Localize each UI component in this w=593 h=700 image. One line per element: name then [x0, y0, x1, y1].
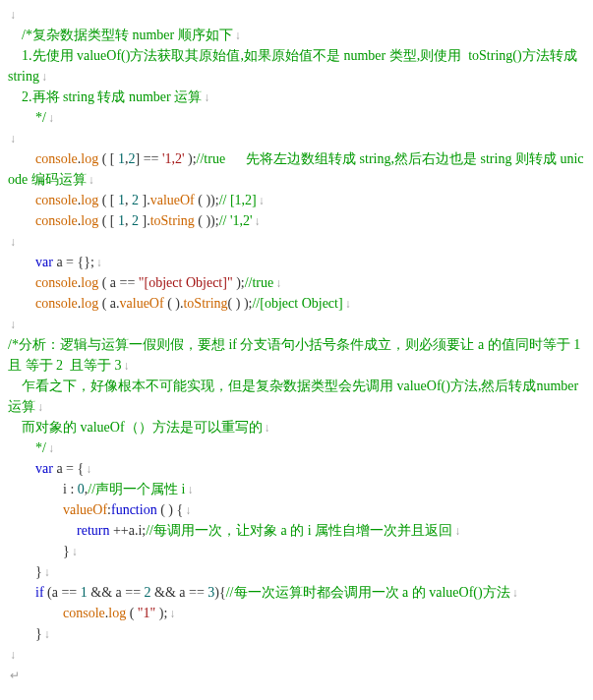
comment-token: */	[35, 110, 46, 125]
method-token: console	[35, 296, 78, 311]
op-token: }	[35, 564, 42, 579]
method-token: log	[81, 213, 98, 228]
method-token: console	[35, 275, 78, 290]
op-token: ,	[125, 193, 132, 207]
code-line: valueOf:function ( ) {↓	[8, 499, 585, 520]
newline-marker: ↓	[48, 111, 54, 125]
op-token: (a	[47, 585, 61, 600]
string-token: '1,2'	[158, 151, 184, 166]
op-token: ( ) );	[228, 296, 253, 311]
method-token: console	[35, 213, 78, 228]
comment-token: */	[35, 440, 46, 455]
op-token: ==	[144, 151, 159, 166]
op-token: ( ));	[195, 213, 219, 228]
code-line: if (a == 1 && a == 2 && a == 3){//每一次运算时…	[8, 582, 585, 603]
code-line: console.log ( "1" );↓	[8, 603, 585, 623]
op-token: ==	[189, 585, 208, 600]
newline-marker: ↓	[187, 483, 193, 496]
newline-marker: ↓	[204, 90, 209, 104]
code-line: i : 0,//声明一个属性 i↓	[8, 479, 585, 499]
method-token: console	[35, 151, 78, 166]
code-line: }↓	[8, 623, 585, 644]
newline-marker: ↓	[259, 194, 265, 207]
op-token: );	[155, 606, 167, 620]
code-line: ↵	[8, 665, 585, 685]
code-line: 2.再将 string 转成 number 运算↓	[8, 87, 585, 107]
code-line: console.log ( [ 1,2] == '1,2' );//true 先…	[8, 148, 585, 190]
string-token: "[object Object]"	[135, 275, 232, 290]
comment-token: /*分析：逻辑与运算一假则假，要想 if 分支语句小括号条件成立，则必须要让 a…	[8, 337, 584, 373]
newline-marker: ↓	[96, 256, 102, 269]
newline-marker: ↓	[10, 132, 16, 146]
method-token: log	[108, 606, 126, 620]
op-token: ){	[214, 585, 225, 600]
op-token: [	[106, 193, 118, 207]
code-line: */↓	[8, 107, 585, 128]
newline-marker: ↓	[44, 627, 50, 641]
code-line: /*分析：逻辑与运算一假则假，要想 if 分支语句小括号条件成立，则必须要让 a…	[8, 334, 585, 376]
number-token: 1	[81, 585, 88, 600]
op-token: =	[66, 461, 77, 476]
newline-marker: ↓	[10, 8, 16, 22]
op-token: );	[233, 275, 245, 290]
string-token: "1"	[134, 606, 155, 620]
number-token: 1	[118, 151, 125, 166]
code-line: 而对象的 valueOf（）方法是可以重写的↓	[8, 417, 585, 438]
op-token: &&	[88, 585, 116, 600]
op-token: a	[106, 275, 119, 290]
op-token: a.	[106, 296, 119, 311]
method-token: log	[81, 275, 98, 290]
code-line: console.log ( [ 1, 2 ].valueOf ( ));// […	[8, 190, 585, 210]
comment-token: 2.再将 string 转成 number 运算	[22, 89, 202, 104]
op-token: {	[78, 461, 85, 476]
op-token: =	[66, 255, 77, 269]
method-token: toString	[183, 296, 227, 311]
op-token: ,	[125, 213, 132, 228]
code-line: return ++a.i;//每调用一次，让对象 a 的 i 属性自增一次并且返…	[8, 520, 585, 541]
comment-token: //声明一个属性 i	[88, 482, 185, 496]
comment-token: //每调用一次，让对象 a 的 i 属性自增一次并且返回	[146, 523, 452, 538]
op-token: ==	[125, 585, 144, 600]
op-token: a	[56, 255, 66, 269]
code-line: ↓	[8, 128, 585, 148]
method-token: console	[35, 193, 78, 207]
newline-marker: ↓	[10, 235, 16, 249]
newline-marker: ↓	[265, 421, 270, 435]
code-line: console.log ( a.valueOf ( ).toString( ) …	[8, 293, 585, 314]
number-token: 2	[129, 151, 136, 166]
op-token: a.i;	[129, 523, 147, 538]
number-token: 2	[132, 193, 139, 207]
newline-marker: ↓	[41, 70, 47, 84]
op-token: }	[63, 544, 70, 558]
op-token: ].	[139, 213, 150, 228]
method-token: valueOf	[120, 296, 164, 311]
code-line: 乍看之下，好像根本不可能实现，但是复杂数据类型会先调用 valueOf()方法,…	[8, 376, 585, 417]
code-line: ↓	[8, 314, 585, 334]
keyword-token: return	[77, 523, 109, 538]
number-token: 2	[132, 213, 139, 228]
number-token: 2	[145, 585, 151, 600]
newline-marker: ↓	[255, 214, 261, 228]
method-token: toString	[150, 213, 195, 228]
keyword-token: var	[35, 255, 56, 269]
comment-token: //true	[245, 275, 274, 290]
code-line: /*复杂数据类型转 number 顺序如下↓	[8, 25, 585, 45]
op-token: :	[70, 482, 77, 496]
op-token: );	[185, 151, 197, 166]
keyword-token: function	[111, 502, 157, 517]
op-token: ].	[139, 193, 150, 207]
op-token: a	[179, 585, 189, 600]
newline-marker: ↵	[10, 669, 20, 682]
code-line: }↓	[8, 541, 585, 561]
method-token: valueOf	[63, 502, 107, 517]
comment-token: /*复杂数据类型转 number 顺序如下	[22, 28, 233, 42]
comment-token: 1.先使用 valueOf()方法获取其原始值,如果原始值不是 number 类…	[8, 48, 580, 84]
code-line: */↓	[8, 438, 585, 458]
newline-marker: ↓	[86, 462, 91, 476]
newline-marker: ↓	[169, 607, 175, 620]
comment-token: 乍看之下，好像根本不可能实现，但是复杂数据类型会先调用 valueOf()方法,…	[8, 379, 582, 414]
op-token: a	[56, 461, 66, 476]
method-token: console	[63, 606, 105, 620]
op-token: ( ) {	[157, 502, 184, 517]
newline-marker: ↓	[10, 648, 16, 662]
